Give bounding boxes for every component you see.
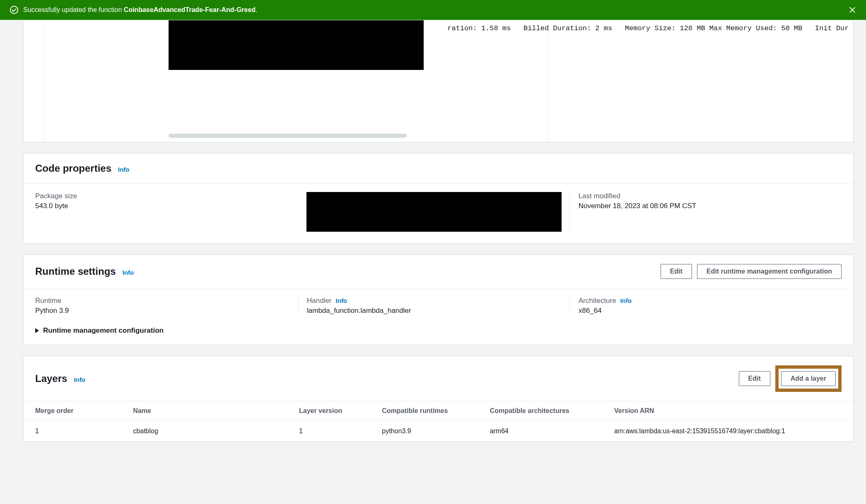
runtime-settings-title: Runtime settings: [35, 266, 116, 277]
redacted-block: [306, 192, 561, 232]
package-size-value: 543.0 byte: [35, 202, 290, 210]
edit-runtime-button[interactable]: Edit: [661, 264, 692, 279]
cell-name: cbatblog: [123, 421, 289, 442]
table-row[interactable]: 1 cbatblog 1 python3.9 arm64 arn:aws:lam…: [24, 421, 853, 442]
col-merge-order: Merge order: [24, 401, 123, 421]
col-compat-arch: Compatible architectures: [480, 401, 604, 421]
layers-panel: Layers Info Edit Add a layer Merge order…: [23, 356, 854, 442]
package-size-col: Package size 543.0 byte: [35, 192, 298, 232]
log-gutter: [24, 20, 44, 142]
last-modified-label: Last modified: [579, 192, 833, 200]
code-properties-info-link[interactable]: Info: [118, 166, 130, 173]
banner-text: Successfully updated the function Coinba…: [23, 6, 258, 14]
col-layer-version: Layer version: [289, 401, 372, 421]
runtime-col: Runtime Python 3.9: [35, 297, 298, 315]
cell-version-arn: arn:aws:lambda:us-east-2:153915516749:la…: [604, 421, 853, 442]
runtime-settings-header: Runtime settings Info Edit Edit runtime …: [24, 255, 853, 288]
log-divider: [548, 20, 549, 142]
cell-layer-version: 1: [289, 421, 372, 442]
arch-col: Architecture Info x86_64: [570, 297, 842, 315]
horizontal-scrollbar[interactable]: [169, 134, 407, 138]
add-layer-button[interactable]: Add a layer: [781, 371, 836, 386]
banner-suffix: .: [256, 6, 257, 13]
handler-info-link[interactable]: Info: [336, 297, 347, 304]
layers-header-row: Merge order Name Layer version Compatibl…: [24, 401, 853, 421]
add-layer-highlight: Add a layer: [775, 365, 842, 392]
edit-layers-button[interactable]: Edit: [739, 371, 770, 386]
handler-col: Handler Info lambda_function.lambda_hand…: [298, 297, 570, 315]
banner-prefix: Successfully updated the function: [23, 6, 124, 13]
caret-right-icon: [35, 328, 39, 333]
col-name: Name: [123, 401, 289, 421]
runtime-mgmt-label: Runtime management configuration: [43, 326, 164, 335]
runtime-mgmt-toggle[interactable]: Runtime management configuration: [24, 326, 853, 345]
arch-label: Architecture: [579, 297, 616, 305]
cell-compat-arch: arm64: [480, 421, 604, 442]
col-version-arn: Version ARN: [604, 401, 853, 421]
cell-merge-order: 1: [24, 421, 123, 442]
edit-runtime-mgmt-button[interactable]: Edit runtime management configuration: [697, 264, 842, 279]
layers-title: Layers: [35, 373, 67, 384]
layers-info-link[interactable]: Info: [74, 376, 85, 383]
redacted-block: [169, 20, 424, 70]
col-compat-runtimes: Compatible runtimes: [372, 401, 480, 421]
success-banner: Successfully updated the function Coinba…: [0, 0, 866, 20]
cell-compat-runtimes: python3.9: [372, 421, 480, 442]
last-modified-col: Last modified November 18, 2023 at 08:06…: [570, 192, 842, 232]
close-icon[interactable]: [849, 6, 856, 14]
runtime-label: Runtime: [35, 297, 290, 305]
layers-table: Merge order Name Layer version Compatibl…: [24, 401, 853, 442]
last-modified-value: November 18, 2023 at 08:06 PM CST: [579, 202, 833, 210]
handler-value: lambda_function.lambda_handler: [307, 307, 562, 315]
arch-value: x86_64: [579, 307, 833, 315]
banner-function-name: CoinbaseAdvancedTrade-Fear-And-Greed: [124, 6, 256, 13]
runtime-value: Python 3.9: [35, 307, 290, 315]
code-properties-panel: Code properties Info Package size 543.0 …: [23, 153, 854, 244]
log-body[interactable]: ration: 1.58 ms Billed Duration: 2 ms Me…: [44, 20, 853, 142]
log-panel: ration: 1.58 ms Billed Duration: 2 ms Me…: [23, 20, 854, 142]
code-properties-header: Code properties Info: [24, 154, 853, 183]
handler-label: Handler: [307, 297, 332, 305]
check-circle-icon: [10, 6, 18, 14]
layers-header: Layers Info Edit Add a layer: [24, 356, 853, 401]
runtime-settings-info-link[interactable]: Info: [123, 269, 134, 276]
package-size-label: Package size: [35, 192, 290, 200]
code-properties-title: Code properties: [35, 163, 111, 174]
arch-info-link[interactable]: Info: [620, 297, 632, 304]
runtime-settings-panel: Runtime settings Info Edit Edit runtime …: [23, 254, 854, 345]
redacted-col: [298, 192, 569, 232]
